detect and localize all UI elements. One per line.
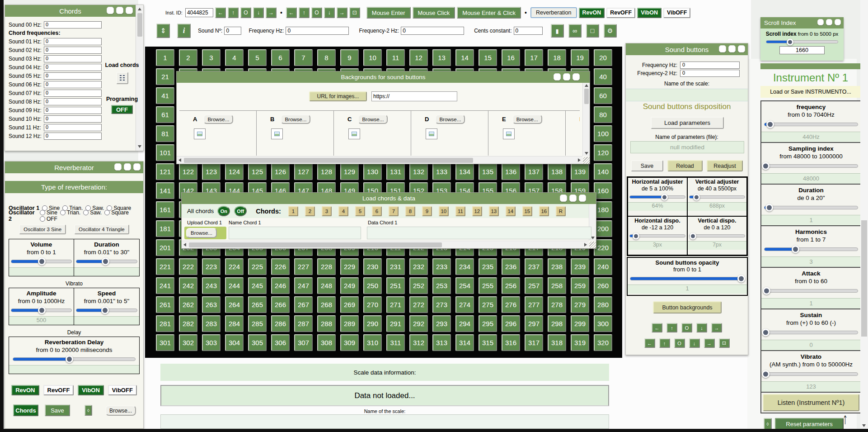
browse-button[interactable]: Browse... <box>358 114 388 124</box>
button-backgrounds-button[interactable]: Button backgrounds <box>653 301 722 313</box>
sound-button-17[interactable]: 17 <box>525 49 543 66</box>
instrument-slider[interactable] <box>764 123 858 126</box>
chord-frequency-input[interactable]: 0 <box>44 38 102 45</box>
radio-icon[interactable] <box>40 210 45 215</box>
sound-button-237[interactable]: 237 <box>525 258 543 275</box>
data-chord-input[interactable] <box>367 227 591 239</box>
sound-button-280[interactable]: 280 <box>594 296 612 313</box>
scroll-index-slider[interactable] <box>766 40 838 43</box>
sound-button-134[interactable]: 134 <box>455 163 474 180</box>
sound-button-304[interactable]: 304 <box>225 334 244 351</box>
window-button[interactable] <box>572 73 580 81</box>
slider-thumb[interactable] <box>101 307 109 314</box>
sound-button-282[interactable]: 282 <box>179 315 197 332</box>
slider-thumb[interactable] <box>762 370 769 378</box>
radio-icon[interactable] <box>60 210 66 215</box>
scroll-down-icon[interactable] <box>585 152 588 155</box>
slider-thumb[interactable] <box>766 121 774 128</box>
sound-button-125[interactable]: 125 <box>248 163 267 180</box>
frequency2-input[interactable]: 0 <box>401 27 464 35</box>
sound-button-220[interactable]: 220 <box>594 239 612 256</box>
sound-button-307[interactable]: 307 <box>294 334 313 351</box>
window-button[interactable] <box>554 73 561 81</box>
chord-number-button[interactable]: 11 <box>455 206 465 216</box>
collapsed-panel-bar[interactable] <box>760 63 861 69</box>
vib-off-button[interactable]: VibOFF <box>663 8 690 18</box>
sound-button-247[interactable]: 247 <box>294 277 313 294</box>
sound-button-296[interactable]: 296 <box>502 315 520 332</box>
page-scrollbar[interactable] <box>860 0 868 432</box>
sound-button-274[interactable]: 274 <box>455 296 474 313</box>
browse-button[interactable]: Browse... <box>105 405 136 416</box>
instrument-slider[interactable] <box>764 372 858 376</box>
slider-thumb[interactable] <box>763 287 770 295</box>
adjuster-slider[interactable] <box>689 234 745 237</box>
frequency-input[interactable]: 0 <box>286 27 349 35</box>
window-button[interactable] <box>826 19 832 25</box>
diamond-button[interactable]: ◊ <box>84 405 92 416</box>
window-button[interactable] <box>124 163 131 171</box>
slider-thumb[interactable] <box>633 233 639 239</box>
radio-icon[interactable] <box>104 210 110 215</box>
chord-frequency-input[interactable]: 0 <box>44 72 102 80</box>
radio-option[interactable]: Saw. <box>83 209 102 216</box>
mouse-enter-button[interactable]: Mouse Enter <box>366 7 411 19</box>
window-button[interactable] <box>560 195 567 202</box>
chord-frequency-input[interactable]: 0 <box>44 107 102 114</box>
sound-button-290[interactable]: 290 <box>363 315 382 332</box>
sound-button-278[interactable]: 278 <box>548 296 566 313</box>
chords-panel-header[interactable]: Chords <box>5 5 136 17</box>
scroll-right-icon[interactable] <box>578 158 581 162</box>
scrollbar-thumb[interactable] <box>184 158 473 163</box>
cents-input[interactable]: 0 <box>514 27 543 35</box>
inst-id-input[interactable]: 4044825 <box>185 8 213 17</box>
sound-button-299[interactable]: 299 <box>571 315 589 332</box>
rev-on-button[interactable]: RevON <box>579 8 605 18</box>
sound-button-300[interactable]: 300 <box>594 315 612 332</box>
nav-button[interactable]: → <box>704 338 715 348</box>
rev-off-button[interactable]: RevOFF <box>606 8 635 18</box>
sound-button-243[interactable]: 243 <box>202 277 221 294</box>
sound-button-8[interactable]: 8 <box>317 49 336 66</box>
radio-option[interactable]: Sine <box>40 209 57 216</box>
volume-slider[interactable] <box>11 260 72 263</box>
sound-button-7[interactable]: 7 <box>294 49 313 66</box>
chord-number-button[interactable]: 7 <box>389 206 399 216</box>
sb-save-button[interactable]: Save <box>631 160 663 171</box>
sound-button-248[interactable]: 248 <box>317 277 336 294</box>
all-chords-on-button[interactable]: On <box>217 206 230 216</box>
programing-off-button[interactable]: OFF <box>111 105 133 114</box>
slider-thumb[interactable] <box>38 258 46 266</box>
instrument-slider[interactable] <box>764 247 858 251</box>
browse-button[interactable]: Browse... <box>512 114 542 124</box>
sound-button-251[interactable]: 251 <box>386 277 405 294</box>
sound-button-133[interactable]: 133 <box>432 163 451 180</box>
sound-button-271[interactable]: 271 <box>386 296 405 313</box>
sound-button-127[interactable]: 127 <box>294 163 313 180</box>
sound-button-126[interactable]: 126 <box>271 163 290 180</box>
sound-button-120[interactable]: 120 <box>594 144 612 161</box>
save-button[interactable]: Save <box>45 404 70 416</box>
sound-button-308[interactable]: 308 <box>317 334 336 351</box>
slider-thumb[interactable] <box>102 258 109 266</box>
window-button[interactable] <box>114 163 122 171</box>
all-chords-off-button[interactable]: Off <box>234 206 247 216</box>
chords-button[interactable]: Chords <box>13 404 38 416</box>
sb-readjust-button[interactable]: Readjust <box>707 160 743 171</box>
sound-button-238[interactable]: 238 <box>548 258 566 275</box>
oscillator3-button[interactable]: Oscillator 3 Sine <box>19 224 66 234</box>
sound-button-180[interactable]: 180 <box>594 201 612 218</box>
window-button[interactable] <box>835 19 841 25</box>
sound-button-100[interactable]: 100 <box>594 125 612 142</box>
scrollbar-thumb[interactable] <box>137 13 142 37</box>
sound-button-276[interactable]: 276 <box>502 296 520 313</box>
nav-button[interactable]: O <box>681 323 692 332</box>
sound-button-221[interactable]: 221 <box>156 258 174 275</box>
sound-n-input[interactable]: 0 <box>224 27 241 35</box>
sound-button-314[interactable]: 314 <box>455 334 474 351</box>
radio-option[interactable]: Square <box>104 209 129 216</box>
browse-button[interactable]: Browse... <box>203 114 233 124</box>
slider-thumb[interactable] <box>762 162 769 170</box>
sound-button-3[interactable]: 3 <box>202 49 221 66</box>
sound-button-312[interactable]: 312 <box>409 334 428 351</box>
